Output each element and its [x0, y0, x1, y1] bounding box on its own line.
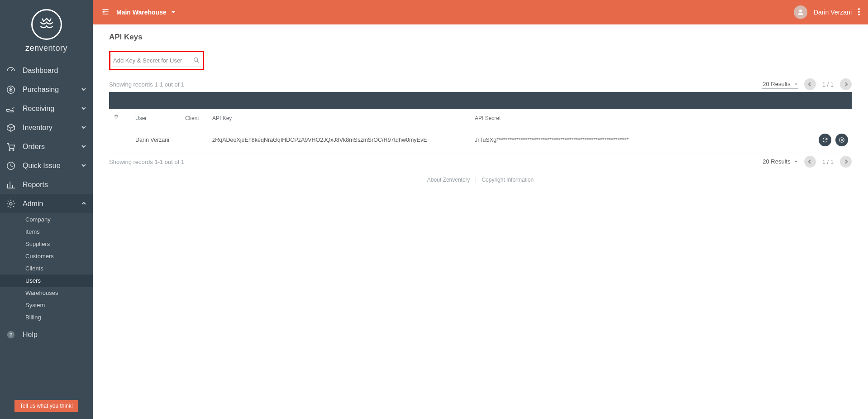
table-row: Darin Verzani zRqADeoXjeEh8keqNraGqIHDCP… — [109, 127, 852, 153]
brand-bold: zen — [25, 43, 39, 53]
gauge-icon — [5, 65, 16, 76]
clock-icon — [5, 160, 16, 171]
subnav-suppliers[interactable]: Suppliers — [0, 238, 93, 250]
subnav-label: System — [25, 302, 45, 308]
feedback-row: Tell us what you think! — [0, 395, 93, 419]
svg-point-7 — [799, 10, 802, 12]
subnav-items[interactable]: Items — [0, 226, 93, 238]
nav-label: Dashboard — [23, 67, 86, 75]
chevron-up-icon — [81, 200, 86, 208]
search-icon — [193, 57, 200, 64]
nav-item-receiving[interactable]: Receiving — [0, 99, 93, 118]
nav-item-purchasing[interactable]: Purchasing — [0, 80, 93, 99]
records-text: Showing records 1-1 out of 1 — [109, 81, 755, 88]
svg-point-4 — [10, 202, 12, 205]
subnav-users[interactable]: Users — [0, 275, 93, 287]
main: Main Warehouse Darin Verzani API Keys — [93, 0, 868, 419]
chevron-down-icon — [81, 105, 86, 113]
subnav-label: Users — [25, 277, 41, 284]
th-client[interactable]: Client — [181, 109, 209, 127]
subnav-billing[interactable]: Billing — [0, 311, 93, 323]
subnav-label: Customers — [25, 253, 54, 260]
subnav-warehouses[interactable]: Warehouses — [0, 287, 93, 299]
results-label: 20 Results — [763, 158, 790, 165]
chevron-down-icon — [81, 124, 86, 132]
add-key-search[interactable] — [112, 54, 201, 67]
nav-label: Quick Issue — [23, 162, 75, 170]
brand-rest: ventory — [39, 43, 68, 53]
subnav-company[interactable]: Company — [0, 213, 93, 226]
subnav-label: Suppliers — [25, 241, 50, 247]
nav-label: Admin — [23, 200, 75, 208]
warehouse-selector[interactable]: Main Warehouse — [116, 9, 176, 16]
footer-copyright-link[interactable]: Copyright Information — [482, 177, 534, 183]
search-highlight-box — [109, 51, 204, 70]
svg-point-11 — [194, 58, 198, 62]
regenerate-key-button[interactable] — [819, 134, 831, 146]
kebab-menu-button[interactable] — [858, 8, 860, 17]
table-dark-band — [109, 92, 852, 109]
results-per-page-dropdown[interactable]: 20 Results — [762, 80, 797, 89]
add-key-input[interactable] — [113, 57, 193, 64]
svg-point-2 — [13, 149, 14, 151]
th-user[interactable]: User — [132, 109, 181, 127]
records-bar-top: Showing records 1-1 out of 1 20 Results … — [109, 78, 852, 90]
nav-item-reports[interactable]: Reports — [0, 175, 93, 194]
delete-key-button[interactable] — [835, 134, 848, 146]
caret-down-icon — [794, 160, 798, 164]
svg-text:?: ? — [10, 332, 13, 338]
cell-apikey: zRqADeoXjeEh8keqNraGqIHDCPzA9VHO2JQxJ8Vk… — [209, 127, 471, 153]
feedback-button[interactable]: Tell us what you think! — [14, 400, 78, 412]
chevron-down-icon — [81, 143, 86, 151]
prev-page-button[interactable] — [804, 78, 816, 90]
nav-label: Reports — [23, 181, 86, 189]
records-bar-bottom: Showing records 1-1 out of 1 20 Results … — [109, 156, 852, 168]
collapse-sidebar-button[interactable] — [101, 7, 110, 18]
nav-item-quick-issue[interactable]: Quick Issue — [0, 156, 93, 175]
subnav-system[interactable]: System — [0, 299, 93, 311]
nav-help-row: ? Help — [0, 325, 93, 344]
svg-point-9 — [858, 11, 860, 13]
subnav-label: Company — [25, 216, 51, 223]
brand-name: zenventory — [0, 43, 93, 53]
caret-down-icon — [794, 82, 798, 86]
th-apikey[interactable]: API Key — [209, 109, 471, 127]
nav-label: Inventory — [23, 124, 75, 132]
logo-block: zenventory — [0, 0, 93, 58]
next-page-button[interactable] — [840, 78, 852, 90]
records-text: Showing records 1-1 out of 1 — [109, 159, 755, 165]
cart-icon — [5, 141, 16, 152]
nav-item-help[interactable]: ? Help — [0, 325, 93, 344]
subnav-label: Clients — [25, 265, 43, 272]
page-title: API Keys — [109, 33, 852, 42]
dollar-circle-icon — [5, 84, 16, 95]
subnav-clients[interactable]: Clients — [0, 262, 93, 275]
user-name[interactable]: Darin Verzani — [814, 9, 852, 16]
chevron-down-icon — [81, 86, 86, 94]
subnav-customers[interactable]: Customers — [0, 250, 93, 262]
nav-item-dashboard[interactable]: Dashboard — [0, 61, 93, 80]
nav-label: Receiving — [23, 105, 75, 113]
avatar[interactable] — [794, 5, 807, 19]
footer-about-link[interactable]: About Zenventory — [427, 177, 470, 183]
subnav-label: Items — [25, 228, 40, 235]
api-keys-table: User Client API Key API Secret Darin Ver… — [109, 109, 852, 153]
gear-icon — [5, 198, 16, 209]
box-icon — [5, 122, 16, 133]
results-per-page-dropdown[interactable]: 20 Results — [762, 157, 797, 166]
prev-page-button[interactable] — [804, 156, 816, 168]
nav: Dashboard Purchasing Receiving Inventory… — [0, 61, 93, 213]
nav-item-orders[interactable]: Orders — [0, 137, 93, 156]
th-apisecret[interactable]: API Secret — [471, 109, 811, 127]
page-indicator: 1 / 1 — [822, 81, 834, 88]
nav-item-inventory[interactable]: Inventory — [0, 118, 93, 137]
help-icon: ? — [5, 329, 16, 340]
nav-label: Purchasing — [23, 86, 75, 94]
gear-column-header[interactable] — [109, 109, 132, 127]
nav-item-admin[interactable]: Admin — [0, 194, 93, 213]
bar-chart-icon — [5, 179, 16, 190]
next-page-button[interactable] — [840, 156, 852, 168]
svg-point-1 — [9, 149, 10, 151]
results-label: 20 Results — [763, 81, 790, 87]
warehouse-label: Main Warehouse — [116, 9, 167, 16]
